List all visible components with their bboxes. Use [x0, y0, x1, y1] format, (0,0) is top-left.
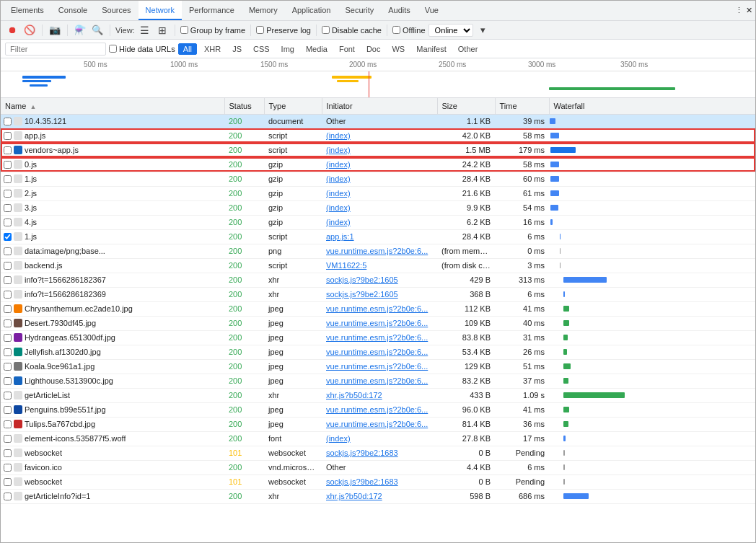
col-waterfall-header[interactable]: Waterfall — [549, 98, 755, 114]
initiator-link[interactable]: sockjs.js?9be2:1605 — [326, 290, 398, 299]
table-scroll[interactable]: Name ▲ Status Type Initiator Size Time W… — [1, 98, 755, 528]
search-icon[interactable]: 🔍 — [90, 23, 105, 37]
row-initiator[interactable]: (index) — [322, 186, 437, 200]
filter-css-btn[interactable]: CSS — [249, 44, 274, 54]
filter-xhr-btn[interactable]: XHR — [200, 44, 225, 54]
row-checkbox[interactable] — [4, 276, 12, 284]
row-initiator[interactable]: sockjs.js?9be2:1683 — [322, 446, 437, 460]
initiator-link[interactable]: (index) — [326, 189, 351, 198]
preserve-log-checkbox[interactable] — [256, 26, 264, 34]
row-checkbox[interactable] — [4, 406, 12, 414]
row-initiator[interactable]: vue.runtime.esm.js?2b0e:6... — [322, 345, 437, 359]
disable-cache-checkbox[interactable] — [322, 26, 330, 34]
table-row[interactable]: getArticleList200xhrxhr.js?b50d:172433 B… — [1, 388, 755, 402]
initiator-link[interactable]: vue.runtime.esm.js?2b0e:6... — [326, 319, 428, 327]
table-row[interactable]: getArticleInfo?id=1200xhrxhr.js?b50d:172… — [1, 489, 755, 503]
row-checkbox[interactable] — [4, 190, 12, 198]
filter-img-btn[interactable]: Img — [277, 44, 299, 54]
table-row[interactable]: info?t=1566286182367200xhrsockjs.js?9be2… — [1, 273, 755, 287]
initiator-link[interactable]: vue.runtime.esm.js?2b0e:6... — [326, 420, 428, 428]
more-icon[interactable]: ⋮ — [735, 6, 743, 15]
tab-sources[interactable]: Sources — [94, 1, 138, 20]
initiator-link[interactable]: (index) — [326, 218, 351, 226]
tab-vue[interactable]: Vue — [418, 1, 446, 20]
table-row[interactable]: 10.4.35.121200documentOther1.1 KB39 ms — [1, 114, 755, 128]
row-initiator[interactable]: xhr.js?b50d:172 — [322, 388, 437, 402]
disable-cache-label[interactable]: Disable cache — [322, 26, 382, 35]
table-row[interactable]: 0.js200gzip(index)24.2 KB58 ms — [1, 157, 755, 172]
table-row[interactable]: info?t=1566286182369200xhrsockjs.js?9be2… — [1, 287, 755, 301]
row-checkbox[interactable] — [4, 348, 12, 356]
offline-label[interactable]: Offline — [392, 26, 426, 35]
filter-input[interactable] — [5, 43, 106, 56]
tab-network[interactable]: Network — [139, 1, 182, 20]
row-checkbox[interactable] — [4, 247, 12, 255]
throttle-select[interactable]: Online — [428, 24, 473, 37]
table-row[interactable]: websocket101websocketsockjs.js?9be2:1683… — [1, 446, 755, 460]
row-initiator[interactable]: vue.runtime.esm.js?2b0e:6... — [322, 244, 437, 258]
initiator-link[interactable]: VM11622:5 — [326, 261, 366, 270]
table-row[interactable]: websocket101websocketsockjs.js?9be2:1683… — [1, 474, 755, 489]
initiator-link[interactable]: xhr.js?b50d:172 — [326, 391, 382, 399]
row-checkbox[interactable] — [4, 478, 12, 486]
tab-memory[interactable]: Memory — [242, 1, 285, 20]
tab-elements[interactable]: Elements — [4, 1, 51, 20]
col-size-header[interactable]: Size — [437, 98, 495, 114]
row-checkbox[interactable] — [4, 262, 12, 270]
initiator-link[interactable]: (index) — [326, 203, 351, 212]
initiator-link[interactable]: vue.runtime.esm.js?2b0e:6... — [326, 348, 428, 356]
col-time-header[interactable]: Time — [495, 98, 549, 114]
row-initiator[interactable]: vue.runtime.esm.js?2b0e:6... — [322, 374, 437, 388]
table-row[interactable]: Tulips.5a767cbd.jpg200jpegvue.runtime.es… — [1, 417, 755, 431]
row-checkbox[interactable] — [4, 392, 12, 399]
row-initiator[interactable]: xhr.js?b50d:172 — [322, 489, 437, 503]
col-initiator-header[interactable]: Initiator — [322, 98, 437, 114]
row-initiator[interactable]: vue.runtime.esm.js?2b0e:6... — [322, 330, 437, 345]
filter-all-btn[interactable]: All — [178, 43, 197, 55]
filter-media-btn[interactable]: Media — [302, 44, 332, 54]
tab-console[interactable]: Console — [51, 1, 94, 20]
row-checkbox[interactable] — [4, 305, 12, 313]
row-initiator[interactable]: (index) — [322, 172, 437, 186]
row-checkbox[interactable] — [4, 218, 12, 226]
initiator-link[interactable]: vue.runtime.esm.js?2b0e:6... — [326, 247, 428, 255]
row-checkbox[interactable] — [4, 204, 12, 212]
initiator-link[interactable]: vue.runtime.esm.js?2b0e:6... — [326, 304, 428, 313]
table-row[interactable]: 1.js200scriptapp.js:128.4 KB6 ms — [1, 229, 755, 244]
row-checkbox[interactable] — [4, 161, 12, 169]
row-initiator[interactable]: vue.runtime.esm.js?2b0e:6... — [322, 301, 437, 316]
table-row[interactable]: 3.js200gzip(index)9.9 KB54 ms — [1, 200, 755, 215]
row-initiator[interactable]: (index) — [322, 128, 437, 143]
tab-audits[interactable]: Audits — [381, 1, 418, 20]
table-row[interactable]: Lighthouse.5313900c.jpg200jpegvue.runtim… — [1, 374, 755, 388]
initiator-link[interactable]: (index) — [326, 146, 351, 154]
initiator-link[interactable]: (index) — [326, 175, 351, 183]
row-initiator[interactable]: vue.runtime.esm.js?2b0e:6... — [322, 402, 437, 417]
close-icon[interactable]: ✕ — [746, 6, 752, 15]
offline-checkbox[interactable] — [392, 26, 400, 34]
table-row[interactable]: Chrysanthemum.ec2ade10.jpg200jpegvue.run… — [1, 301, 755, 316]
filter-icon[interactable]: ⚗️ — [73, 23, 87, 37]
row-checkbox[interactable] — [4, 146, 12, 154]
row-checkbox[interactable] — [4, 291, 12, 299]
row-checkbox[interactable] — [4, 233, 12, 241]
row-checkbox[interactable] — [4, 334, 12, 342]
table-row[interactable]: Hydrangeas.651300df.jpg200jpegvue.runtim… — [1, 330, 755, 345]
table-row[interactable]: 1.js200gzip(index)28.4 KB60 ms — [1, 172, 755, 186]
col-status-header[interactable]: Status — [224, 98, 264, 114]
row-checkbox[interactable] — [4, 435, 12, 443]
screenshot-view-icon[interactable]: ⊞ — [155, 23, 170, 37]
row-checkbox[interactable] — [4, 449, 12, 457]
initiator-link[interactable]: (index) — [326, 160, 351, 169]
initiator-link[interactable]: vue.runtime.esm.js?2b0e:6... — [326, 405, 428, 414]
initiator-link[interactable]: (index) — [326, 131, 351, 140]
hide-data-urls-checkbox[interactable] — [109, 45, 117, 53]
row-checkbox[interactable] — [4, 493, 12, 500]
row-initiator[interactable]: (index) — [322, 215, 437, 229]
row-initiator[interactable]: vue.runtime.esm.js?2b0e:6... — [322, 359, 437, 374]
table-row[interactable]: Jellyfish.af1302d0.jpg200jpegvue.runtime… — [1, 345, 755, 359]
record-icon[interactable]: ⏺ — [5, 23, 19, 37]
table-row[interactable]: element-icons.535877f5.woff200font(index… — [1, 431, 755, 446]
table-row[interactable]: Desert.7930df45.jpg200jpegvue.runtime.es… — [1, 316, 755, 330]
table-row[interactable]: app.js200script(index)42.0 KB58 ms — [1, 128, 755, 143]
